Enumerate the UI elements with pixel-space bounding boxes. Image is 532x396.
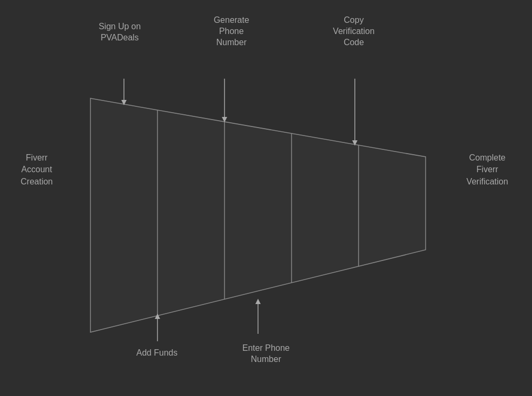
funnel-shape bbox=[90, 98, 426, 332]
label-copy: CopyVerificationCode bbox=[314, 15, 394, 48]
label-signup: Sign Up onPVADeals bbox=[77, 21, 162, 44]
diagram-container: Sign Up onPVADeals GeneratePhoneNumber C… bbox=[0, 0, 532, 396]
label-addfunds: Add Funds bbox=[125, 348, 189, 359]
label-complete-verification: CompleteFiverrVerification bbox=[450, 152, 525, 188]
label-fiverr-creation: FiverrAccountCreation bbox=[7, 152, 66, 188]
arrow-enterphone-head bbox=[255, 299, 261, 304]
main-diagram-svg bbox=[0, 0, 532, 396]
label-generate: GeneratePhoneNumber bbox=[194, 15, 269, 48]
label-enterphone: Enter PhoneNumber bbox=[229, 343, 303, 365]
